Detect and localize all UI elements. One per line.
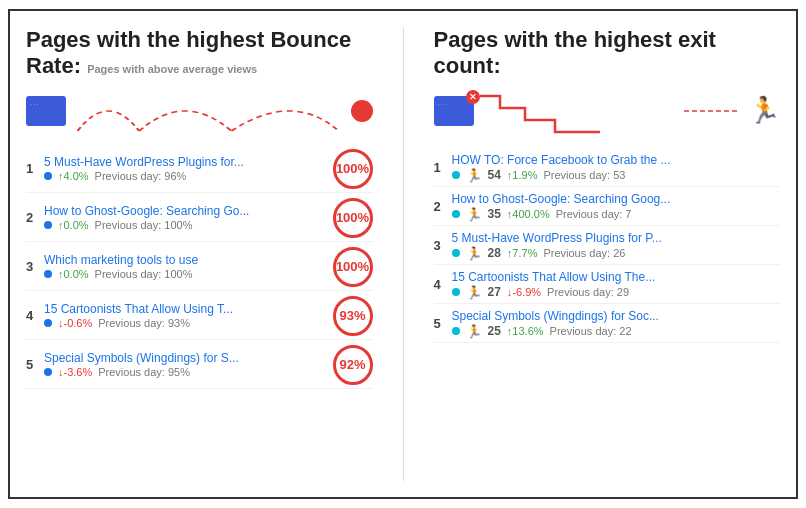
dot-icon: [452, 249, 460, 257]
dot-icon: [452, 327, 460, 335]
exit-count-title-text: Pages with the highest exit count:: [434, 27, 716, 78]
page-link[interactable]: Special Symbols (Wingdings) for S...: [44, 351, 284, 365]
page-link[interactable]: Special Symbols (Wingdings) for Soc...: [452, 309, 672, 323]
dot-icon: [44, 319, 52, 327]
page-link[interactable]: 15 Cartoonists That Allow Using The...: [452, 270, 672, 284]
page-link[interactable]: 15 Cartoonists That Allow Using T...: [44, 302, 284, 316]
exit-count-panel: Pages with the highest exit count: ✕ 🏃: [434, 27, 781, 481]
exit-table: 1 HOW TO: Force Facebook to Grab the ...…: [434, 150, 781, 481]
panel-divider: [403, 27, 404, 481]
bounce-dot: [351, 100, 373, 122]
table-row: 5 Special Symbols (Wingdings) for Soc...…: [434, 306, 781, 343]
bounce-table: 1 5 Must-Have WordPress Plugins for... ↑…: [26, 146, 373, 481]
bounce-rate-title: Pages with the highest Bounce Rate: Page…: [26, 27, 373, 80]
table-row: 1 HOW TO: Force Facebook to Grab the ...…: [434, 150, 781, 187]
bounce-rate-panel: Pages with the highest Bounce Rate: Page…: [26, 27, 373, 481]
table-row: 2 How to Ghost-Google: Searching Goog...…: [434, 189, 781, 226]
main-container: Pages with the highest Bounce Rate: Page…: [8, 9, 798, 499]
page-link[interactable]: 5 Must-Have WordPress Plugins for P...: [452, 231, 672, 245]
page-link[interactable]: HOW TO: Force Facebook to Grab the ...: [452, 153, 672, 167]
browser-icon: [26, 96, 66, 126]
bounce-badge: 93%: [333, 296, 373, 336]
table-row: 2 How to Ghost-Google: Searching Go... ↑…: [26, 195, 373, 242]
bounce-arcs: [66, 86, 351, 136]
table-row: 4 15 Cartoonists That Allow Using T... ↓…: [26, 293, 373, 340]
x-badge: ✕: [466, 90, 480, 104]
dot-icon: [44, 221, 52, 229]
page-link[interactable]: Which marketing tools to use: [44, 253, 284, 267]
dot-icon: [44, 368, 52, 376]
dot-icon: [452, 171, 460, 179]
exit-illustration: ✕ 🏃: [434, 84, 781, 138]
page-link[interactable]: How to Ghost-Google: Searching Goog...: [452, 192, 672, 206]
table-row: 1 5 Must-Have WordPress Plugins for... ↑…: [26, 146, 373, 193]
table-row: 5 Special Symbols (Wingdings) for S... ↓…: [26, 342, 373, 389]
table-row: 3 5 Must-Have WordPress Plugins for P...…: [434, 228, 781, 265]
runner-icon: 🏃: [748, 95, 780, 126]
bounce-rate-subtitle: Pages with above average views: [87, 63, 257, 75]
bounce-badge: 100%: [333, 247, 373, 287]
bounce-illustration: [26, 84, 373, 138]
dot-icon: [44, 172, 52, 180]
dot-icon: [452, 210, 460, 218]
page-link[interactable]: 5 Must-Have WordPress Plugins for...: [44, 155, 284, 169]
bounce-badge: 100%: [333, 149, 373, 189]
page-link[interactable]: How to Ghost-Google: Searching Go...: [44, 204, 284, 218]
dot-icon: [452, 288, 460, 296]
dot-icon: [44, 270, 52, 278]
exit-count-title: Pages with the highest exit count:: [434, 27, 781, 80]
table-row: 3 Which marketing tools to use ↑0.0% Pre…: [26, 244, 373, 291]
bounce-badge: 100%: [333, 198, 373, 238]
bounce-badge: 92%: [333, 345, 373, 385]
table-row: 4 15 Cartoonists That Allow Using The...…: [434, 267, 781, 304]
